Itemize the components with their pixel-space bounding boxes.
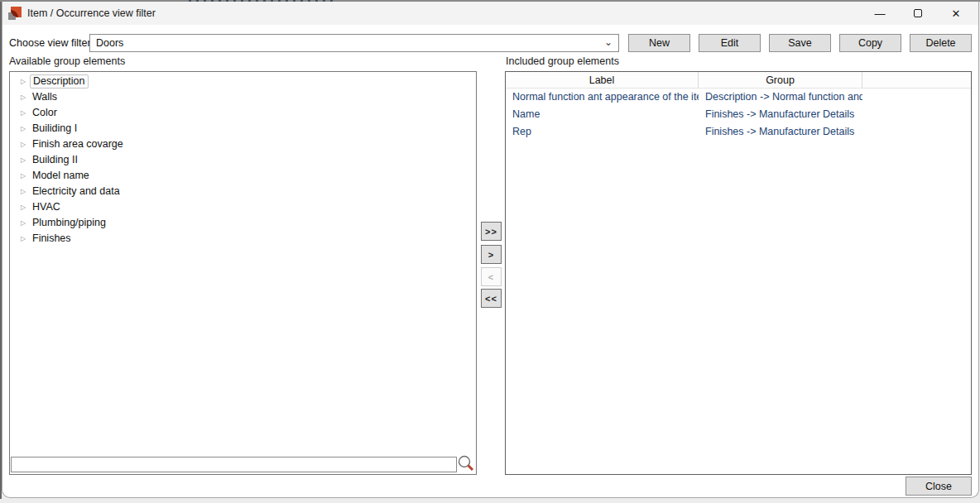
expand-arrow-icon[interactable]: ▷	[18, 89, 28, 105]
tree-item-label: Finishes	[30, 232, 74, 245]
move-right-button[interactable]: >	[481, 245, 502, 264]
tree-item-description[interactable]: ▷ Description	[10, 74, 476, 89]
tree-item-label: Builiding I	[30, 122, 79, 135]
included-group-elements-heading: Included group elements	[506, 55, 619, 69]
screen: Item / Occurrence view filter — ✕ Choose…	[0, 0, 980, 503]
tree-item-electricity-and-data[interactable]: ▷ Electricity and data	[10, 184, 476, 199]
close-icon[interactable]: ✕	[937, 2, 975, 25]
expand-arrow-icon[interactable]: ▷	[18, 184, 28, 199]
tree-item-plumbing-piping[interactable]: ▷ Plumbing/piping	[10, 215, 476, 231]
search-input[interactable]	[11, 457, 457, 472]
available-elements-panel: ▷ Description ▷ Walls ▷ Color ▷ Builidin…	[9, 71, 477, 475]
tree-item-builiding-1[interactable]: ▷ Builiding I	[10, 121, 476, 137]
tree-item-label: Color	[30, 107, 60, 119]
group-elements-tree: ▷ Description ▷ Walls ▷ Color ▷ Builidin…	[10, 74, 476, 247]
expand-arrow-icon[interactable]: ▷	[18, 137, 28, 152]
view-filter-value: Doors	[96, 37, 123, 49]
app-logo-icon	[8, 7, 22, 20]
expand-arrow-icon[interactable]: ▷	[18, 168, 28, 184]
column-header-label[interactable]: Label	[506, 72, 699, 88]
column-header-group[interactable]: Group	[699, 72, 862, 88]
minimize-icon[interactable]: —	[861, 2, 899, 25]
table-row[interactable]: Rep Finishes -> Manufacturer Details	[506, 123, 971, 141]
row-group-cell: Finishes -> Manufacturer Details	[699, 106, 862, 123]
expand-arrow-icon[interactable]: ▷	[18, 105, 28, 121]
row-label-cell: Name	[506, 106, 699, 123]
expand-arrow-icon[interactable]: ▷	[18, 152, 28, 168]
table-header: Label Group	[506, 72, 971, 89]
tree-item-label: Finish area covarge	[30, 138, 126, 151]
tree-item-label: Model name	[30, 170, 92, 182]
row-group-cell: Finishes -> Manufacturer Details	[699, 123, 862, 141]
tree-item-label: Electricity and data	[30, 185, 122, 198]
available-group-elements-heading: Available group elements	[9, 55, 125, 69]
item-occurrence-view-filter-dialog: Item / Occurrence view filter — ✕ Choose…	[2, 2, 979, 498]
expand-arrow-icon[interactable]: ▷	[18, 215, 28, 231]
move-all-right-button[interactable]: >>	[481, 222, 502, 241]
tree-item-finishes[interactable]: ▷ Finishes	[10, 231, 476, 247]
expand-arrow-icon[interactable]: ▷	[18, 74, 28, 89]
chevron-down-icon: ⌄	[604, 34, 612, 50]
row-group-cell: Description -> Normal function and	[699, 89, 862, 106]
row-label-cell: Rep	[506, 123, 699, 141]
move-left-button[interactable]: <	[481, 267, 502, 286]
tree-item-label: HVAC	[30, 201, 63, 213]
tree-item-finish-area-covarge[interactable]: ▷ Finish area covarge	[10, 137, 476, 152]
copy-button[interactable]: Copy	[839, 34, 901, 52]
tree-item-walls[interactable]: ▷ Walls	[10, 89, 476, 105]
column-header-extra[interactable]	[862, 72, 971, 88]
view-filter-select[interactable]: Doors ⌄	[89, 34, 619, 52]
included-elements-panel: Label Group Normal function ant appearan…	[505, 71, 972, 475]
maximize-icon[interactable]	[899, 2, 937, 25]
tree-item-label: Building II	[30, 154, 80, 166]
delete-button[interactable]: Delete	[910, 34, 972, 52]
tree-item-label: Plumbing/piping	[30, 217, 108, 229]
move-all-left-button[interactable]: <<	[481, 289, 502, 308]
expand-arrow-icon[interactable]: ▷	[18, 231, 28, 247]
edit-button[interactable]: Edit	[699, 34, 761, 52]
table-row[interactable]: Name Finishes -> Manufacturer Details	[506, 106, 971, 123]
window-title: Item / Occurrence view filter	[27, 2, 156, 25]
row-label-cell: Normal function ant appearance of the it…	[506, 89, 699, 106]
tree-item-label: Description	[30, 74, 89, 89]
tree-item-building-2[interactable]: ▷ Building II	[10, 152, 476, 168]
search-icon[interactable]	[456, 454, 475, 473]
save-button[interactable]: Save	[769, 34, 831, 52]
new-button[interactable]: New	[628, 34, 690, 52]
tree-item-color[interactable]: ▷ Color	[10, 105, 476, 121]
expand-arrow-icon[interactable]: ▷	[18, 121, 28, 137]
tree-item-model-name[interactable]: ▷ Model name	[10, 168, 476, 184]
table-row[interactable]: Normal function ant appearance of the it…	[506, 89, 971, 106]
choose-view-filter-label: Choose view filter	[9, 34, 91, 52]
tree-item-label: Walls	[30, 91, 60, 103]
tree-item-hvac[interactable]: ▷ HVAC	[10, 199, 476, 215]
close-button[interactable]: Close	[906, 477, 972, 496]
titlebar[interactable]: Item / Occurrence view filter — ✕	[2, 2, 978, 25]
expand-arrow-icon[interactable]: ▷	[18, 199, 28, 215]
